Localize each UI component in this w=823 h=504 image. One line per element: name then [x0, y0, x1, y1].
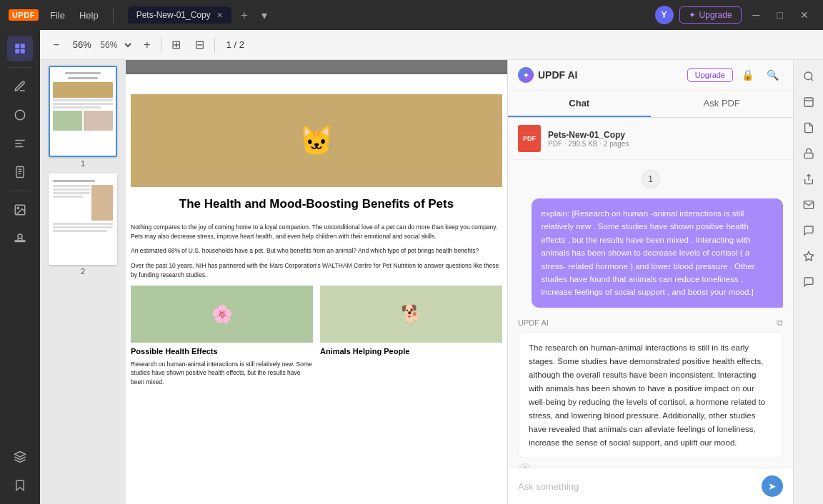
ai-tab-ask-pdf[interactable]: Ask PDF: [651, 91, 794, 117]
ai-header: ✦ UPDF AI Upgrade 🔒 🔍: [508, 60, 793, 91]
thumb-img-2: [49, 173, 117, 265]
file-type-icon: PDF: [518, 125, 541, 152]
page1-two-col: 🌸 Possible Health Effects Research on hu…: [131, 286, 502, 393]
ai-lock-button[interactable]: 🔒: [737, 68, 758, 82]
menu-help[interactable]: Help: [74, 7, 104, 24]
sidebar-item-pages[interactable]: [7, 159, 33, 185]
close-window-button[interactable]: ✕: [794, 8, 814, 22]
svg-rect-0: [15, 44, 19, 48]
right-icon-mail[interactable]: [797, 193, 821, 217]
tab-document[interactable]: Pets-New-01_Copy ✕: [128, 6, 231, 24]
sidebar-item-stamp[interactable]: [7, 226, 33, 251]
ai-upgrade-button[interactable]: Upgrade: [687, 68, 733, 82]
ai-response-header: UPDF AI ⧉: [518, 318, 783, 328]
divider: [113, 7, 114, 23]
zoom-dropdown[interactable]: 56%75%100%125%150%: [97, 39, 134, 51]
thumbnail-page-1[interactable]: 1: [47, 66, 119, 168]
add-tab-button[interactable]: ＋: [234, 6, 254, 24]
file-pages: 2 pages: [604, 140, 629, 148]
svg-point-4: [15, 110, 25, 120]
right-icon-share[interactable]: [797, 167, 821, 191]
ai-logo-icon: ✦: [518, 67, 534, 83]
pdf-page-1: 🐱 The Health and Mood-Boosting Benefits …: [126, 74, 507, 504]
ai-chat-input[interactable]: [518, 481, 756, 492]
titlebar-right: Y ✦ Upgrade ─ □ ✕: [655, 6, 814, 24]
svg-point-13: [17, 207, 19, 208]
thumb-img-1: [49, 66, 117, 157]
ai-response-text: The research on human-animal interaction…: [518, 332, 783, 459]
svg-rect-3: [21, 49, 25, 54]
svg-line-15: [811, 79, 813, 81]
ai-title: ✦ UPDF AI: [518, 67, 577, 83]
sidebar-item-shapes[interactable]: [7, 102, 33, 128]
file-type: PDF: [548, 140, 562, 148]
ai-response-block: UPDF AI ⧉ The research on human-animal i…: [518, 318, 783, 468]
menu-file[interactable]: File: [44, 7, 71, 24]
menu-bar: File Help: [44, 7, 104, 24]
maximize-button[interactable]: □: [772, 8, 789, 22]
main-layout: − 56% 56%75%100%125%150% + ⊞ ⊟ 1 / 2: [0, 30, 823, 504]
page1-section2-heading: Animals Helping People: [320, 347, 502, 356]
page1-col-right: 🐕 Animals Helping People: [320, 286, 502, 393]
page1-section1-text: Research on human-animal interactions is…: [131, 360, 313, 387]
pdf-ai-container: 1: [40, 60, 823, 504]
tab-close-icon[interactable]: ✕: [216, 11, 223, 20]
ai-send-button[interactable]: ➤: [762, 475, 783, 497]
svg-rect-18: [804, 153, 813, 158]
zoom-out-button[interactable]: −: [49, 36, 64, 54]
ai-header-buttons: Upgrade 🔒 🔍: [687, 68, 783, 82]
fit-width-button[interactable]: ⊟: [191, 35, 209, 54]
fit-page-button[interactable]: ⊞: [167, 35, 185, 54]
tab-area: Pets-New-01_Copy ✕ ＋ ▾: [128, 6, 649, 24]
toolbar: − 56% 56%75%100%125%150% + ⊞ ⊟ 1 / 2: [40, 30, 823, 60]
right-icon-convert[interactable]: [797, 90, 821, 114]
ai-responder-label: UPDF AI: [518, 318, 549, 327]
user-message-bubble: explain: [Research on human -animal inte…: [532, 198, 783, 308]
file-info-bar: PDF Pets-New-01_Copy PDF · 290.5 KB · 2 …: [508, 118, 793, 160]
viewer-column: − 56% 56%75%100%125%150% + ⊞ ⊟ 1 / 2: [40, 30, 823, 504]
sidebar-item-text[interactable]: [7, 131, 33, 156]
right-icon-search[interactable]: [797, 64, 821, 89]
ai-input-area: ➤: [508, 468, 793, 504]
right-icon-ocr[interactable]: [797, 116, 821, 140]
sidebar-item-images[interactable]: [7, 197, 33, 223]
sidebar-item-edit[interactable]: [7, 36, 33, 61]
page-separator: /: [234, 39, 239, 50]
right-icon-comment-bottom[interactable]: [797, 270, 821, 294]
upgrade-button[interactable]: ✦ Upgrade: [679, 6, 742, 24]
tab-dropdown-button[interactable]: ▾: [257, 7, 271, 24]
send-icon: ➤: [768, 480, 777, 492]
page1-col-img-2: 🐕: [320, 286, 502, 343]
copy-response-button[interactable]: ⧉: [777, 318, 783, 328]
total-pages: 2: [239, 39, 244, 50]
ai-tabs: Chat Ask PDF: [508, 91, 793, 118]
pdf-viewer[interactable]: 🐱 The Health and Mood-Boosting Benefits …: [126, 60, 507, 504]
zoom-display: 56% 56%75%100%125%150%: [69, 39, 134, 51]
ai-tab-chat[interactable]: Chat: [508, 91, 651, 117]
right-icon-ai[interactable]: [797, 244, 821, 268]
ai-search-button[interactable]: 🔍: [762, 68, 783, 82]
zoom-in-button[interactable]: +: [139, 36, 154, 54]
right-icon-review[interactable]: [797, 218, 821, 243]
sidebar-item-bookmark[interactable]: [7, 473, 33, 498]
page-badge: 1: [642, 170, 660, 188]
user-avatar[interactable]: Y: [655, 6, 674, 24]
upgrade-label: Upgrade: [699, 10, 732, 20]
thumb-label-2: 2: [81, 267, 85, 276]
sidebar-item-annotate[interactable]: [7, 74, 33, 99]
thumb-label-1: 1: [81, 159, 85, 168]
right-sidebar: [793, 60, 823, 504]
ai-chat-area: 1 explain: [Research on human -animal in…: [508, 160, 793, 468]
minimize-button[interactable]: ─: [747, 8, 766, 22]
thumbnail-panel: 1: [40, 60, 126, 504]
sidebar-item-layers[interactable]: [7, 444, 33, 470]
file-meta: PDF · 290.5 KB · 2 pages: [548, 140, 783, 148]
thumbnail-page-2[interactable]: 2: [47, 173, 119, 276]
page1-section1-heading: Possible Health Effects: [131, 347, 313, 356]
ai-title-text: UPDF AI: [538, 69, 577, 81]
sidebar-divider-2: [9, 191, 31, 191]
file-size: 290.5 KB: [568, 140, 597, 148]
page1-col-left: 🌸 Possible Health Effects Research on hu…: [131, 286, 313, 393]
page-indicator: 1 / 2: [221, 39, 250, 50]
right-icon-protect[interactable]: [797, 141, 821, 166]
